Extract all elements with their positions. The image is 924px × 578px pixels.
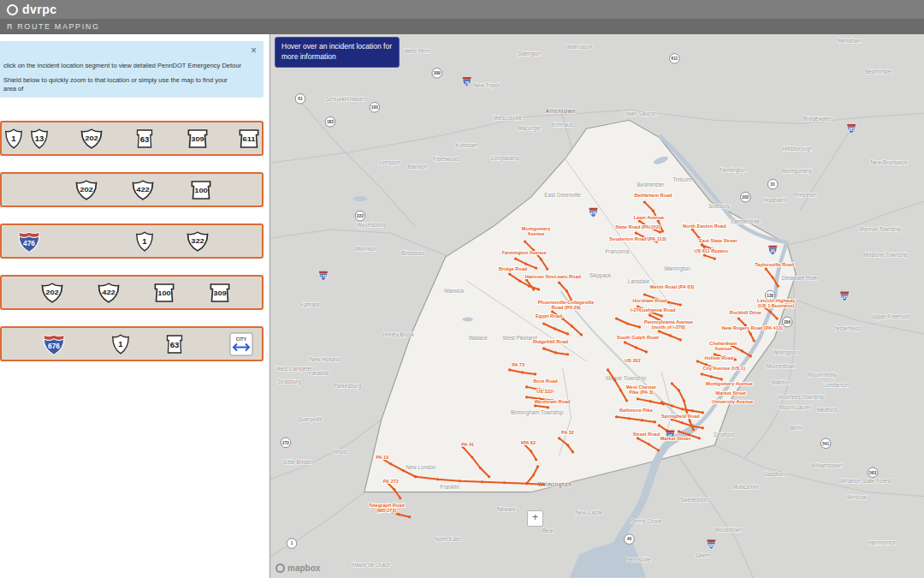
detour-route-node[interactable] [558, 281, 560, 283]
detour-route-node[interactable] [459, 480, 461, 482]
detour-route-node[interactable] [508, 272, 511, 275]
detour-route-node[interactable] [714, 257, 716, 259]
detour-route-node[interactable] [525, 482, 528, 485]
detour-route-node[interactable] [619, 389, 622, 391]
detour-route-node[interactable] [624, 341, 626, 343]
detour-route-node[interactable] [471, 456, 473, 458]
detour-route-node[interactable] [679, 338, 682, 341]
map-canvas[interactable]: AllentownWilmingtonNewarkNew BrunswickDe… [270, 34, 924, 578]
detour-route-node[interactable] [737, 317, 740, 319]
detour-route-node[interactable] [765, 267, 767, 270]
detour-route-node[interactable] [648, 443, 650, 445]
shield-zoom-button-100[interactable]: 100 [188, 179, 214, 201]
detour-route-node[interactable] [535, 266, 537, 269]
detour-route-node[interactable] [691, 409, 694, 412]
detour-route-node[interactable] [661, 230, 664, 233]
detour-route-node[interactable] [566, 444, 569, 446]
detour-route-node[interactable] [408, 515, 411, 518]
close-icon[interactable]: × [251, 46, 257, 55]
detour-route-node[interactable] [514, 257, 517, 259]
detour-route-node[interactable] [649, 400, 652, 402]
detour-route-node[interactable] [521, 371, 524, 373]
detour-route-node[interactable] [701, 372, 703, 375]
detour-route-node[interactable] [532, 288, 535, 290]
detour-route-node[interactable] [681, 421, 684, 424]
detour-route-node[interactable] [503, 481, 506, 484]
detour-route-node[interactable] [613, 378, 616, 381]
detour-route-node[interactable] [637, 397, 639, 400]
detour-route-node[interactable] [399, 497, 401, 499]
detour-route-node[interactable] [689, 420, 691, 422]
detour-route-node[interactable] [488, 475, 490, 478]
detour-route-node[interactable] [554, 351, 557, 354]
detour-route-node[interactable] [524, 241, 526, 243]
detour-route-node[interactable] [643, 201, 646, 204]
detour-route-node[interactable] [696, 360, 699, 362]
shield-zoom-button-1[interactable]: 1 [3, 128, 24, 150]
detour-route-node[interactable] [654, 420, 656, 423]
shield-zoom-button-476[interactable]: 476 [15, 229, 43, 253]
detour-route-node[interactable] [749, 332, 752, 335]
detour-route-node[interactable] [701, 243, 703, 246]
detour-route-node[interactable] [542, 322, 545, 325]
detour-route-node[interactable] [607, 368, 609, 371]
detour-route-node[interactable] [641, 419, 643, 421]
detour-route-node[interactable] [671, 404, 673, 407]
detour-route-node[interactable] [615, 415, 618, 418]
detour-route-node[interactable] [518, 279, 521, 282]
detour-route-node[interactable] [436, 478, 439, 480]
detour-route-node[interactable] [652, 210, 654, 212]
detour-route-node[interactable] [645, 350, 648, 353]
shield-zoom-button-322[interactable]: 322 [185, 230, 210, 253]
detour-route-node[interactable] [414, 475, 417, 478]
detour-route-node[interactable] [525, 396, 528, 398]
detour-route-node[interactable] [659, 231, 661, 234]
detour-route-node[interactable] [540, 258, 542, 260]
shield-zoom-button-202[interactable]: 202 [74, 179, 99, 201]
detour-route-node[interactable] [777, 284, 779, 287]
detour-route-node[interactable] [734, 358, 737, 361]
detour-route-node[interactable] [571, 325, 573, 327]
detour-route-node[interactable] [535, 458, 537, 461]
detour-route-node[interactable] [534, 404, 536, 407]
detour-route-node[interactable] [530, 450, 532, 452]
city-bridges-zoom-button[interactable]: CITY [229, 332, 253, 356]
detour-route-node[interactable] [558, 437, 560, 439]
zoom-in-button[interactable]: + [527, 510, 543, 527]
detour-route-node[interactable] [749, 355, 752, 357]
detour-route-node[interactable] [671, 382, 673, 384]
detour-route-node[interactable] [753, 339, 755, 342]
detour-route-node[interactable] [542, 347, 545, 349]
shield-zoom-button-309[interactable]: 309 [207, 282, 233, 304]
detour-route-node[interactable] [580, 333, 583, 336]
detour-route-node[interactable] [554, 327, 556, 330]
detour-route-node[interactable] [667, 301, 670, 303]
detour-route-node[interactable] [393, 488, 395, 491]
detour-route-node[interactable] [546, 267, 548, 270]
shield-zoom-button-63[interactable]: 63 [164, 333, 185, 355]
shield-zoom-button-13[interactable]: 13 [29, 128, 50, 150]
detour-route-node[interactable] [643, 293, 646, 295]
detour-route-node[interactable] [678, 430, 680, 432]
detour-route-node[interactable] [658, 330, 660, 332]
detour-route-node[interactable] [481, 480, 483, 483]
shield-zoom-button-1[interactable]: 1 [134, 230, 155, 253]
detour-route-node[interactable] [702, 411, 704, 414]
detour-route-node[interactable] [660, 314, 663, 317]
shield-zoom-button-309[interactable]: 309 [185, 128, 210, 150]
shield-zoom-button-202[interactable]: 202 [39, 282, 65, 304]
detour-route-node[interactable] [479, 467, 482, 469]
detour-route-node[interactable] [669, 334, 672, 337]
detour-route-node[interactable] [657, 449, 660, 451]
detour-route-node[interactable] [679, 303, 682, 306]
shield-zoom-button-422[interactable]: 422 [130, 179, 156, 201]
shield-zoom-button-1[interactable]: 1 [110, 333, 131, 355]
detour-route-node[interactable] [525, 385, 528, 388]
detour-route-node[interactable] [769, 310, 772, 313]
shield-zoom-button-611[interactable]: 611 [236, 128, 262, 150]
detour-route-node[interactable] [703, 253, 706, 256]
detour-route-node[interactable] [681, 408, 684, 410]
detour-route-node[interactable] [683, 399, 685, 402]
detour-route-node[interactable] [534, 372, 536, 375]
detour-route-node[interactable] [635, 232, 637, 235]
